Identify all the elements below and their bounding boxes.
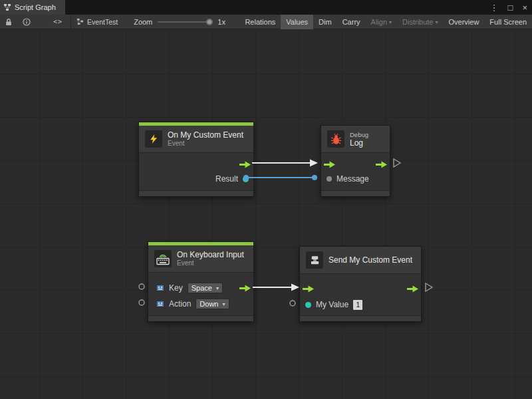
flow-input-port[interactable] [324, 161, 335, 168]
chevron-down-icon: ▾ [222, 301, 225, 307]
zoom-slider[interactable] [158, 21, 212, 23]
unconnected-port-icon[interactable] [139, 284, 144, 289]
relations-button[interactable]: Relations [239, 15, 281, 29]
lightning-icon [145, 130, 162, 148]
align-label: Align [371, 18, 387, 26]
graph-breadcrumb[interactable]: EventTest [76, 18, 118, 26]
overview-label: Overview [449, 18, 479, 26]
node-title: Send My Custom Event [329, 255, 412, 265]
keyboard-icon [154, 250, 172, 267]
action-dropdown-value: Down [200, 300, 218, 308]
my-value-input[interactable]: 1 [353, 300, 362, 310]
keycode-icon [156, 284, 164, 292]
chevron-down-icon: ▾ [436, 19, 438, 25]
action-icon [156, 300, 164, 308]
unconnected-port-icon[interactable] [290, 301, 295, 306]
dim-label: Dim [319, 18, 332, 26]
value-connection-endpoint [312, 175, 317, 180]
carry-button[interactable]: Carry [337, 15, 366, 29]
node-category: Debug [350, 131, 368, 138]
values-label: Values [286, 18, 308, 26]
flow-output-port[interactable] [239, 285, 251, 292]
dim-button[interactable]: Dim [313, 15, 337, 29]
flow-input-port[interactable] [303, 285, 314, 293]
my-value-port-label: My Value [316, 300, 348, 309]
message-port-label: Message [336, 174, 369, 184]
node-subtitle: Event [168, 140, 243, 148]
zoom-control: Zoom 1x [134, 18, 225, 26]
toolbar-separator [70, 15, 71, 29]
graph-canvas[interactable]: On My Custom Event Event Result [0, 29, 532, 399]
node-header[interactable]: Send My Custom Event [300, 247, 421, 273]
script-graph-icon [3, 3, 11, 11]
node-footer [148, 316, 253, 321]
carry-label: Carry [342, 18, 360, 26]
node-debug-log[interactable]: Debug Log Message [321, 125, 390, 197]
lock-icon [5, 18, 12, 26]
info-icon [23, 18, 31, 26]
tab-title: Script Graph [15, 3, 56, 11]
window-menu-icon[interactable]: ⋮ [485, 3, 503, 13]
node-header[interactable]: On Keyboard Input Event [148, 245, 253, 272]
action-dropdown[interactable]: Down ▾ [196, 299, 229, 309]
flow-output-port[interactable] [407, 285, 418, 293]
flow-output-port[interactable] [239, 161, 251, 168]
relations-label: Relations [245, 18, 275, 26]
custom-event-icon [306, 251, 323, 269]
graph-toolbar: <> EventTest Zoom 1x Relations Values Di… [0, 15, 532, 29]
node-title: Log [350, 138, 368, 148]
key-port-label: Key [169, 283, 183, 293]
action-port-label: Action [169, 299, 191, 309]
node-footer [300, 316, 421, 321]
distribute-label: Distribute [402, 18, 433, 26]
close-icon[interactable]: × [517, 3, 532, 13]
chevron-down-icon: ▾ [389, 19, 392, 25]
flow-output-port[interactable] [376, 161, 387, 168]
titlebar: Script Graph ⋮ □ × [0, 0, 532, 15]
node-footer [321, 191, 390, 196]
toolbar-buttons: Relations Values Dim Carry Align ▾ Distr… [239, 15, 532, 29]
unconnected-port-icon[interactable] [139, 300, 144, 305]
align-dropdown[interactable]: Align ▾ [366, 15, 397, 29]
edit-source-button[interactable]: <> [48, 15, 68, 29]
full-screen-label: Full Screen [489, 18, 527, 26]
node-send-my-custom-event[interactable]: Send My Custom Event My Value 1 [299, 246, 422, 322]
graph-name-label: EventTest [87, 18, 118, 26]
flow-continuation-icon [426, 283, 432, 291]
code-icon: <> [53, 18, 63, 25]
inspect-button[interactable] [17, 15, 36, 29]
node-footer [139, 191, 253, 196]
node-header[interactable]: On My Custom Event Event [139, 126, 253, 152]
overview-button[interactable]: Overview [444, 15, 485, 29]
maximize-icon[interactable]: □ [503, 3, 518, 13]
connections-layer [0, 29, 532, 399]
result-port-label: Result [215, 174, 238, 184]
lock-button[interactable] [0, 15, 17, 29]
flow-continuation-icon [394, 159, 400, 167]
result-output-port[interactable] [243, 176, 249, 182]
node-header[interactable]: Debug Log [321, 126, 390, 152]
window-controls: ⋮ □ × [485, 0, 532, 15]
node-subtitle: Event [177, 259, 244, 267]
node-title: On My Custom Event [168, 130, 243, 140]
zoom-label: Zoom [134, 18, 152, 26]
my-value-input-port[interactable] [305, 302, 311, 308]
values-button[interactable]: Values [281, 15, 313, 29]
zoom-value: 1x [217, 18, 225, 26]
tab-script-graph[interactable]: Script Graph [0, 0, 65, 15]
bug-icon [327, 130, 344, 148]
graph-asset-icon [76, 18, 84, 25]
key-dropdown[interactable]: Space ▾ [188, 283, 223, 293]
flow-connection-arrowhead [310, 160, 318, 167]
node-on-my-custom-event[interactable]: On My Custom Event Event Result [138, 122, 254, 197]
distribute-dropdown[interactable]: Distribute ▾ [397, 15, 443, 29]
chevron-down-icon: ▾ [216, 285, 219, 291]
key-dropdown-value: Space [192, 284, 212, 292]
node-title: On Keyboard Input [177, 250, 244, 259]
flow-connection-arrowhead [291, 284, 299, 291]
message-input-port[interactable] [327, 176, 332, 182]
full-screen-button[interactable]: Full Screen [484, 15, 532, 29]
node-on-keyboard-input[interactable]: On Keyboard Input Event Key Space ▾ [148, 241, 254, 322]
zoom-slider-knob[interactable] [206, 19, 213, 25]
